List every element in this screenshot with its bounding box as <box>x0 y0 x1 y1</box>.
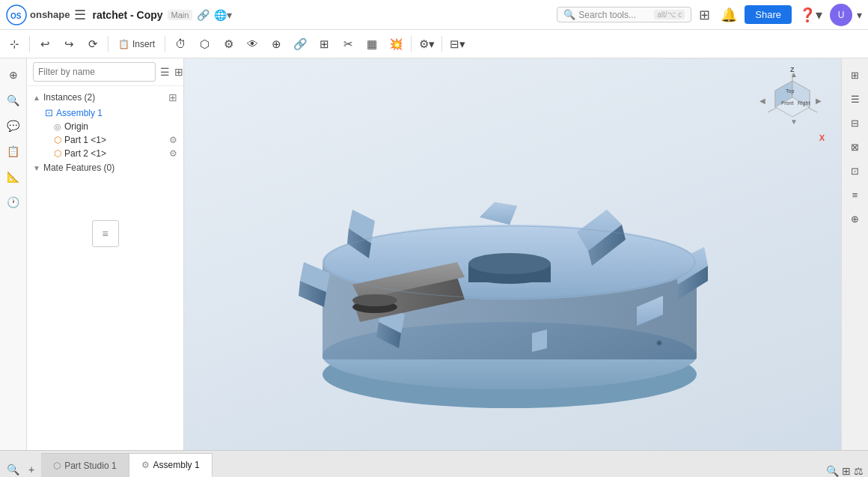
view-button[interactable]: 👁 <box>241 33 263 55</box>
history-side-button[interactable]: 🕐 <box>3 192 24 213</box>
search-icon: 🔍 <box>563 9 575 20</box>
instances-section[interactable]: ▲ Instances (2) ⊞ <box>27 89 183 106</box>
svg-text:▼: ▼ <box>790 118 798 126</box>
svg-text:Front: Front <box>781 100 793 106</box>
section-cut-button[interactable]: ⊡ <box>845 160 866 181</box>
parts-list-button[interactable]: 📋 <box>3 141 24 162</box>
viewport[interactable]: Z Top Front Right ▼ ◀ ▶ ▲ X <box>184 58 868 450</box>
undo-button[interactable]: ↩ <box>34 33 56 55</box>
part1-person-icon: ⚙ <box>169 135 177 145</box>
assembly-button[interactable]: ⚙ <box>217 33 239 55</box>
linear-pattern-button[interactable]: ⊞ <box>313 33 335 55</box>
help-button[interactable]: ❓▾ <box>796 5 825 25</box>
mate-features-section[interactable]: ▼ Mate Features (0) <box>27 160 183 175</box>
toolbar-separator-3 <box>165 36 165 52</box>
svg-point-25 <box>468 253 551 274</box>
user-avatar-button[interactable]: U <box>830 4 852 26</box>
bottom-right-icons: 🔍 ⊞ ⚖ <box>822 465 868 477</box>
notifications-button[interactable]: 🔔 <box>718 5 740 25</box>
view-cube[interactable]: Z Top Front Right ▼ ◀ ▶ ▲ <box>759 66 826 133</box>
assembly1-item[interactable]: ⊡ Assembly 1 <box>27 106 183 120</box>
part2-label: Part 2 <1> <box>64 148 106 159</box>
add-instance-button[interactable]: ⊞ <box>168 91 177 103</box>
restore-button[interactable]: ⟳ <box>82 33 104 55</box>
svg-text:OS: OS <box>10 12 22 20</box>
display-states-button[interactable]: ▦ <box>361 33 383 55</box>
select-tool-button[interactable]: ⊹ <box>3 33 25 55</box>
panel-header: ☰ ⊞ <box>27 58 183 86</box>
bottom-left-actions: 🔍 + <box>0 462 41 477</box>
document-tag: Main <box>168 10 193 20</box>
assembly1-tab-icon: ⚙ <box>141 460 150 470</box>
bottom-search-icon[interactable]: 🔍 <box>826 465 839 477</box>
wireframe-button[interactable]: ⊟ <box>845 112 866 133</box>
svg-marker-14 <box>532 329 547 352</box>
hidden-lines-button[interactable]: ⊠ <box>845 136 866 157</box>
redo-button[interactable]: ↪ <box>58 33 80 55</box>
part2-item[interactable]: ⬡ Part 2 <1> ⚙ <box>27 147 183 160</box>
add-part-button[interactable]: ⊕ <box>3 64 24 85</box>
top-bar: OS onshape ☰ ratchet - Copy Main 🔗 🌐▾ 🔍 … <box>0 0 868 30</box>
filter-button[interactable]: 🔍 <box>3 90 24 111</box>
section-view-button[interactable]: ✂ <box>337 33 359 55</box>
feature-tree-content: ▲ Instances (2) ⊞ ⊡ Assembly 1 ◎ Origin … <box>27 86 183 450</box>
toolbar-separator-4 <box>411 36 412 52</box>
svg-text:◀: ◀ <box>760 97 765 105</box>
assembly-icon: ⊡ <box>45 107 53 118</box>
shaded-view-button[interactable]: ☰ <box>845 88 866 109</box>
title-area: ☰ ratchet - Copy Main 🔗 🌐▾ <box>74 7 232 23</box>
globe-icon[interactable]: 🌐▾ <box>214 9 232 21</box>
mate-button[interactable]: 🔗 <box>289 33 311 55</box>
origin-item[interactable]: ◎ Origin <box>27 120 183 133</box>
share-button[interactable]: Share <box>745 5 792 24</box>
measurements-button[interactable]: 📐 <box>3 166 24 187</box>
search-tools-bar[interactable]: 🔍 Search tools... alt/⌥ c <box>557 7 691 22</box>
insert-icon: 📋 <box>118 39 129 49</box>
notes-button-area: ≡ <box>92 220 119 247</box>
toolbar: ⊹ ↩ ↪ ⟳ 📋 Insert ⏱ ⬡ ⚙ 👁 ⊕ 🔗 ⊞ ✂ ▦ 💥 ⚙▾ … <box>0 30 868 58</box>
part2-icon: ⬡ <box>54 148 61 159</box>
bottom-grid-icon[interactable]: ⊞ <box>842 465 851 477</box>
apps-button[interactable]: ⊞ <box>696 5 713 25</box>
notes-button[interactable]: ≡ <box>92 220 119 247</box>
link-icon[interactable]: 🔗 <box>197 9 210 21</box>
insert-label: Insert <box>132 39 155 49</box>
expand-button[interactable]: ▾ <box>857 9 862 21</box>
part-studio-tab[interactable]: ⬡ Part Studio 1 <box>41 453 129 477</box>
expand-panel-button[interactable]: ⊞ <box>174 66 183 78</box>
bottom-scale-icon[interactable]: ⚖ <box>854 465 864 477</box>
toolbar-separator-5 <box>441 36 442 52</box>
filter-input[interactable] <box>33 62 156 82</box>
origin-label: Origin <box>64 121 88 132</box>
part-studio-tab-label: Part Studio 1 <box>64 461 116 471</box>
insert-button[interactable]: 📋 Insert <box>112 33 161 55</box>
svg-point-29 <box>352 294 397 306</box>
hamburger-icon[interactable]: ☰ <box>74 7 86 23</box>
comments-button[interactable]: 💬 <box>3 115 24 136</box>
search-tools-placeholder: Search tools... <box>578 10 651 20</box>
left-sidebar-icons: ⊕ 🔍 💬 📋 📐 🕐 <box>0 58 27 450</box>
view-options-button[interactable]: ⊟▾ <box>446 33 468 55</box>
part1-item[interactable]: ⬡ Part 1 <1> ⚙ <box>27 133 183 147</box>
toolbar-separator <box>29 36 30 52</box>
list-view-button[interactable]: ☰ <box>160 66 170 78</box>
bom-button[interactable]: ⊕ <box>845 208 866 229</box>
explode-button[interactable]: 💥 <box>385 33 407 55</box>
axis-x-label: X <box>819 133 825 142</box>
mate-features-label: Mate Features (0) <box>43 162 114 173</box>
3d-model-area <box>184 58 841 450</box>
assembly1-tab-label: Assembly 1 <box>153 460 200 470</box>
part-studio-button[interactable]: ⬡ <box>193 33 216 55</box>
onshape-logo-icon: OS <box>6 4 27 25</box>
svg-point-31 <box>658 341 661 344</box>
mate-connector-button[interactable]: ⊕ <box>265 33 287 55</box>
display-mode-button[interactable]: ⊞ <box>845 64 866 85</box>
ground-plane-button[interactable]: ≡ <box>845 184 866 205</box>
search-tab-button[interactable]: 🔍 <box>3 462 23 477</box>
assembly1-tab[interactable]: ⚙ Assembly 1 <box>129 453 213 477</box>
history-button[interactable]: ⏱ <box>169 33 192 55</box>
settings-button[interactable]: ⚙▾ <box>415 33 438 55</box>
instances-label: Instances (2) <box>43 92 95 103</box>
part-icon: ⬡ <box>54 135 61 145</box>
add-tab-button[interactable]: + <box>25 462 38 477</box>
